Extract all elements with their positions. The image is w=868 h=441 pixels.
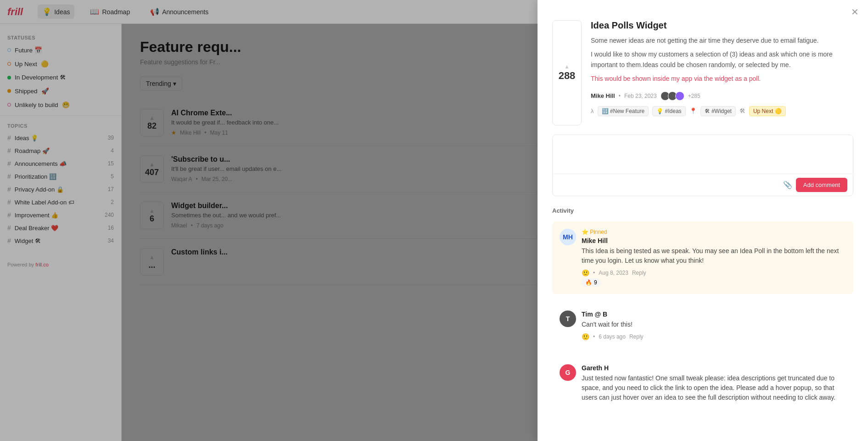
avatar-gareth: G — [560, 364, 576, 381]
avatar-tim: T — [560, 311, 576, 327]
idea-meta-row: Mike Hill • Feb 23, 2023 +285 — [591, 91, 853, 101]
detail-date: Feb 23, 2023 — [624, 93, 657, 99]
reply-link-tim[interactable]: Reply — [629, 334, 644, 340]
activity-item-gareth: G Gareth H Just tested now fantastic! On… — [552, 357, 853, 413]
attach-icon[interactable]: 📎 — [783, 181, 792, 189]
tag-row: λ 🔢 #New Feature 💡 #Ideas 📍 🛠 #Widget 🛠 … — [591, 106, 853, 116]
activity-meta-tim: 🙂 • 6 days ago Reply — [582, 333, 846, 340]
activity-meta-mike: 🙂 • Aug 8, 2023 Reply — [582, 269, 846, 277]
activity-author-gareth: Gareth H — [582, 364, 846, 372]
pinned-badge: ⭐ Pinned — [582, 229, 846, 235]
meta-avatars — [661, 91, 684, 101]
tag-lambda-icon: λ — [591, 107, 594, 114]
reply-link-mike[interactable]: Reply — [632, 270, 646, 276]
reaction-emoji: 🔥 — [585, 279, 592, 286]
reaction-mike[interactable]: 🔥 9 — [582, 278, 601, 287]
add-comment-button[interactable]: Add comment — [796, 178, 847, 192]
comment-input[interactable] — [553, 135, 853, 172]
activity-date-tim: 6 days ago — [599, 334, 626, 340]
modal-overlay: ✕ ▲ 288 Idea Polls Widget Some newer ide… — [0, 0, 868, 441]
emoji-react-mike[interactable]: 🙂 — [582, 269, 589, 277]
detail-vote-arrow: ▲ — [564, 63, 570, 70]
activity-item-tim: T Tim @ B Can't wait for this! 🙂 • 6 day… — [552, 303, 853, 348]
tag-location-icon: 📍 — [689, 107, 697, 114]
activity-item-mike: MH ⭐ Pinned Mike Hill This Idea is being… — [552, 221, 853, 294]
detail-vote-count: 288 — [559, 70, 576, 82]
detail-author: Mike Hill — [591, 92, 615, 99]
plus-count: +285 — [688, 93, 700, 99]
idea-detail-text: Idea Polls Widget Some newer ideas are n… — [591, 20, 853, 125]
activity-text-tim: Can't wait for this! — [582, 320, 846, 329]
comment-box: 📎 Add comment — [552, 135, 853, 196]
activity-author-tim: Tim @ B — [582, 311, 846, 318]
meta-dot-mike: • — [593, 270, 595, 276]
idea-desc2: I would like to show my customers a sele… — [591, 49, 853, 70]
activity-label: Activity — [552, 207, 853, 214]
comment-box-footer: 📎 Add comment — [553, 174, 853, 196]
detail-vote-box: ▲ 288 — [552, 20, 582, 125]
tag-ideas[interactable]: 💡 #Ideas — [652, 106, 685, 116]
tag-new-feature[interactable]: 🔢 #New Feature — [598, 106, 649, 116]
modal-body: ▲ 288 Idea Polls Widget Some newer ideas… — [538, 20, 868, 441]
activity-text-mike: This Idea is being tested as we speak. Y… — [582, 246, 846, 266]
close-button[interactable]: ✕ — [851, 7, 859, 17]
idea-desc3: This would be shown inside my app via th… — [591, 74, 853, 84]
modal-panel: ✕ ▲ 288 Idea Polls Widget Some newer ide… — [538, 0, 868, 441]
reaction-count: 9 — [594, 279, 597, 286]
meta-dot-tim: • — [593, 334, 595, 340]
activity-author-mike: Mike Hill — [582, 237, 846, 244]
emoji-react-tim[interactable]: 🙂 — [582, 333, 589, 340]
modal-header-bar: ✕ — [538, 0, 868, 20]
tag-wrench-icon: 🛠 — [739, 107, 745, 114]
activity-content-mike: ⭐ Pinned Mike Hill This Idea is being te… — [582, 229, 846, 287]
idea-detail-header: ▲ 288 Idea Polls Widget Some newer ideas… — [552, 20, 853, 125]
status-tag-upnext[interactable]: Up Next 🟡 — [749, 106, 786, 116]
activity-content-gareth: Gareth H Just tested now fantastic! One … — [582, 364, 846, 406]
activity-content-tim: Tim @ B Can't wait for this! 🙂 • 6 days … — [582, 311, 846, 340]
idea-detail-title: Idea Polls Widget — [591, 20, 853, 31]
activity-date-mike: Aug 8, 2023 — [599, 270, 628, 276]
tag-widget[interactable]: 🛠 #Widget — [700, 106, 736, 116]
activity-text-gareth: Just tested now fantastic! One small twe… — [582, 373, 846, 402]
avatar-3 — [675, 91, 684, 101]
avatar-mike: MH — [560, 229, 576, 245]
idea-desc1: Some newer ideas are not getting the air… — [591, 35, 853, 45]
detail-sep1: • — [619, 93, 621, 99]
